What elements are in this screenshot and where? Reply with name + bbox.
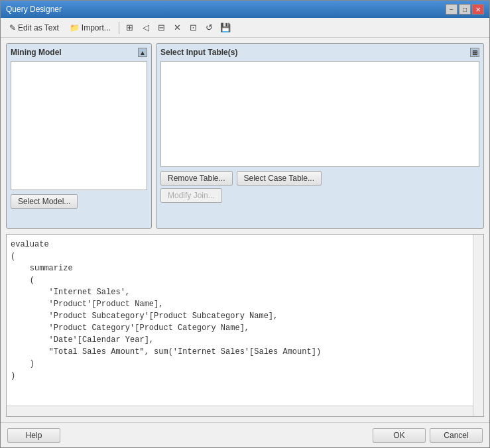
input-table-panel-title: Select Input Table(s) ⊞ [160, 48, 479, 57]
toolbar-icon-btn-2[interactable]: ◁ [139, 21, 153, 35]
minimize-button[interactable]: − [446, 4, 458, 15]
title-bar: Query Designer − □ ✕ [1, 1, 489, 18]
input-table-list [160, 61, 479, 167]
toolbar-icon-btn-3[interactable]: ⊟ [154, 21, 169, 35]
edit-icon: ✎ [9, 23, 16, 32]
panels-row: Mining Model ▲ Select Model... Select In… [1, 38, 489, 234]
import-button[interactable]: 📁 Import... [65, 21, 115, 34]
input-panel-buttons-row-2: Modify Join... [160, 188, 479, 203]
remove-table-button[interactable]: Remove Table... [160, 171, 233, 186]
select-case-table-button[interactable]: Select Case Table... [237, 171, 322, 186]
maximize-button[interactable]: □ [459, 4, 471, 15]
vertical-scrollbar[interactable] [473, 235, 483, 416]
input-panel-buttons-row-1: Remove Table... Select Case Table... [160, 171, 479, 186]
window-title: Query Designer [6, 5, 62, 14]
toolbar: ✎ Edit as Text 📁 Import... ⊞ ◁ ⊟ ✕ ⊡ ↺ 💾 [1, 18, 489, 38]
toolbar-icon-btn-6[interactable]: ↺ [202, 21, 217, 35]
input-panel-collapse-btn[interactable]: ⊞ [470, 48, 479, 57]
ok-button[interactable]: OK [373, 428, 426, 443]
edit-as-text-button[interactable]: ✎ Edit as Text [5, 21, 64, 34]
select-model-button[interactable]: Select Model... [11, 194, 78, 209]
content-area: Mining Model ▲ Select Model... Select In… [1, 38, 489, 422]
toolbar-icon-btn-7[interactable]: 💾 [218, 21, 233, 35]
toolbar-icon-btn-5[interactable]: ⊡ [186, 21, 201, 35]
footer: Help OK Cancel [1, 422, 489, 447]
horizontal-scrollbar[interactable] [7, 406, 473, 416]
toolbar-separator-1 [119, 22, 119, 34]
input-table-panel: Select Input Table(s) ⊞ Remove Table... … [156, 43, 484, 229]
toolbar-icon-btn-1[interactable]: ⊞ [123, 21, 137, 35]
mining-model-panel-title: Mining Model ▲ [11, 48, 147, 57]
footer-right: OK Cancel [373, 428, 483, 443]
close-button[interactable]: ✕ [472, 4, 484, 15]
help-button[interactable]: Help [7, 428, 60, 443]
query-designer-window: Query Designer − □ ✕ ✎ Edit as Text 📁 Im… [0, 0, 490, 448]
code-content: evaluate ( summarize ( 'Internet Sales',… [11, 239, 479, 382]
code-editor[interactable]: evaluate ( summarize ( 'Internet Sales',… [6, 234, 484, 417]
mining-panel-collapse-btn[interactable]: ▲ [138, 48, 147, 57]
title-bar-controls: − □ ✕ [446, 4, 484, 15]
modify-join-button[interactable]: Modify Join... [160, 188, 222, 203]
toolbar-icon-btn-4[interactable]: ✕ [170, 21, 185, 35]
cancel-button[interactable]: Cancel [430, 428, 483, 443]
mining-model-panel: Mining Model ▲ Select Model... [6, 43, 152, 229]
mining-model-list [11, 61, 147, 190]
folder-icon: 📁 [70, 23, 80, 32]
